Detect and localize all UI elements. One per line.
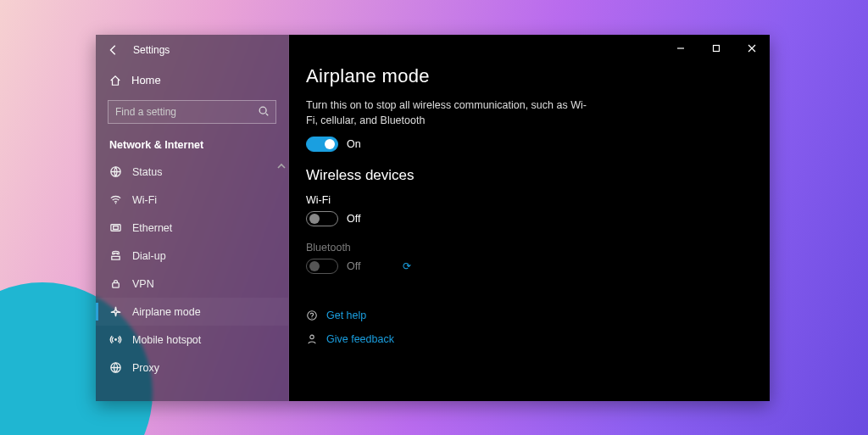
get-help-link[interactable]: Get help [306, 306, 753, 325]
page-title: Airplane mode [306, 65, 753, 87]
settings-window: Settings Home Network & Internet Status … [96, 35, 770, 401]
sidebar-header: Settings [96, 35, 288, 65]
search-input[interactable] [108, 100, 276, 124]
sidebar-item-ethernet[interactable]: Ethernet [96, 214, 288, 242]
sidebar-section-title: Network & Internet [96, 129, 288, 158]
sidebar-item-label: Wi-Fi [132, 194, 157, 206]
dialup-icon [109, 249, 122, 262]
maximize-button[interactable] [698, 36, 734, 60]
bluetooth-toggle[interactable] [306, 259, 338, 274]
content-area: Airplane mode Turn this on to stop all w… [289, 62, 770, 362]
airplane-toggle-row: On [306, 137, 753, 152]
home-nav[interactable]: Home [96, 65, 288, 95]
sidebar-item-label: Airplane mode [132, 306, 201, 318]
wifi-toggle-label: Off [347, 213, 360, 225]
toggle-knob [325, 139, 335, 149]
sidebar-item-wifi[interactable]: Wi-Fi [96, 186, 288, 214]
wifi-icon [109, 193, 122, 206]
toggle-knob [309, 261, 320, 271]
get-help-label: Get help [326, 310, 366, 321]
toggle-knob [309, 214, 320, 224]
hotspot-icon [109, 333, 122, 346]
bluetooth-label: Bluetooth [306, 242, 753, 254]
sidebar-item-label: Mobile hotspot [132, 334, 201, 346]
sidebar-item-airplane[interactable]: Airplane mode [96, 298, 288, 326]
wireless-heading: Wireless devices [306, 167, 753, 184]
help-icon [306, 310, 318, 321]
sidebar-item-proxy[interactable]: Proxy [96, 354, 288, 382]
svg-point-10 [310, 335, 314, 338]
wifi-toggle-row: Off [306, 211, 753, 226]
sidebar-item-label: Proxy [132, 362, 159, 374]
close-icon [748, 44, 756, 53]
sidebar-item-label: Dial-up [132, 250, 166, 262]
proxy-icon [109, 361, 122, 374]
sidebar-item-label: Ethernet [132, 222, 172, 234]
sidebar-item-status[interactable]: Status [96, 158, 288, 186]
airplane-icon [109, 305, 122, 318]
status-icon [109, 165, 122, 178]
vpn-icon [109, 277, 122, 290]
main-panel: Airplane mode Turn this on to stop all w… [289, 35, 770, 401]
wifi-device-block: Wi-Fi Off [306, 194, 753, 226]
bluetooth-toggle-label: Off [347, 260, 360, 272]
maximize-icon [712, 44, 721, 53]
minimize-icon [676, 44, 685, 53]
sidebar-item-label: VPN [132, 278, 154, 290]
svg-rect-4 [114, 226, 119, 230]
wifi-label: Wi-Fi [306, 194, 753, 206]
sidebar-nav-list: Status Wi-Fi Ethernet Dial-up VPN Airpla… [96, 158, 288, 401]
airplane-toggle[interactable] [306, 137, 338, 152]
give-feedback-label: Give feedback [326, 333, 394, 345]
bluetooth-toggle-row: Off ⟳ [306, 259, 753, 274]
svg-point-9 [308, 311, 317, 321]
bluetooth-device-block: Bluetooth Off ⟳ [306, 242, 753, 274]
svg-rect-5 [113, 283, 120, 288]
search-container [96, 95, 288, 129]
feedback-icon [306, 333, 318, 345]
page-description: Turn this on to stop all wireless commun… [306, 98, 594, 128]
home-icon [109, 75, 121, 86]
window-titlebar [289, 35, 770, 62]
sidebar-item-label: Status [132, 166, 162, 178]
app-title: Settings [133, 44, 170, 56]
svg-rect-3 [111, 225, 120, 231]
sidebar-item-vpn[interactable]: VPN [96, 270, 288, 298]
airplane-toggle-label: On [347, 138, 361, 150]
svg-point-2 [115, 203, 117, 204]
svg-rect-8 [714, 46, 720, 52]
sidebar: Settings Home Network & Internet Status … [96, 35, 289, 401]
loading-spinner-icon: ⟳ [403, 260, 411, 272]
wifi-toggle[interactable] [306, 211, 338, 226]
home-label: Home [131, 74, 161, 86]
close-button[interactable] [734, 36, 770, 60]
back-arrow-icon [108, 44, 120, 56]
ethernet-icon [109, 221, 122, 234]
sidebar-item-dialup[interactable]: Dial-up [96, 242, 288, 270]
back-button[interactable] [108, 44, 120, 56]
svg-point-6 [114, 338, 117, 341]
sidebar-item-hotspot[interactable]: Mobile hotspot [96, 326, 288, 354]
give-feedback-link[interactable]: Give feedback [306, 330, 753, 349]
minimize-button[interactable] [663, 36, 698, 60]
